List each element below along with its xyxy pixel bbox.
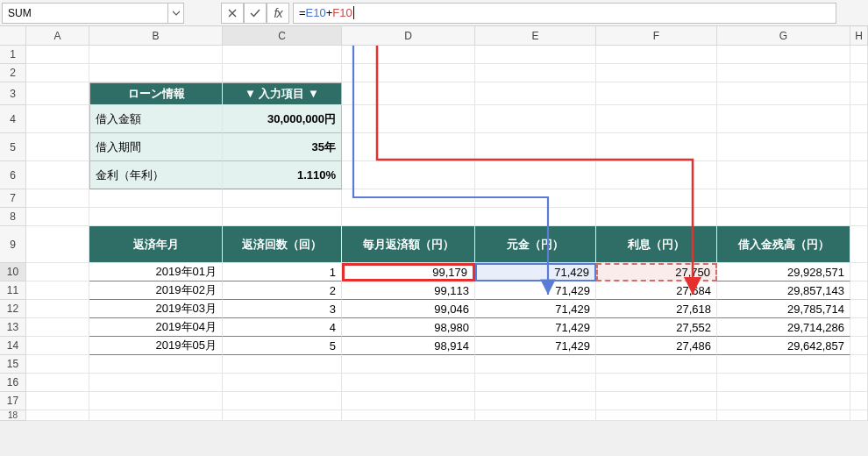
cell[interactable] bbox=[850, 82, 868, 105]
cell[interactable] bbox=[26, 189, 89, 208]
info-value-term[interactable]: 35年 bbox=[223, 133, 342, 161]
cell[interactable] bbox=[596, 105, 717, 133]
cell[interactable] bbox=[89, 410, 223, 421]
col-header-D[interactable]: D bbox=[342, 26, 475, 46]
cell[interactable] bbox=[596, 82, 717, 105]
cell[interactable] bbox=[26, 337, 89, 355]
cell[interactable] bbox=[342, 64, 475, 82]
cell[interactable] bbox=[850, 161, 868, 189]
cell[interactable] bbox=[26, 318, 89, 337]
schedule-cell-ym[interactable]: 2019年02月 bbox=[89, 281, 223, 300]
cell[interactable] bbox=[717, 133, 850, 161]
row-header-17[interactable]: 17 bbox=[0, 392, 26, 410]
ref-cell-E10[interactable]: 71,429 bbox=[475, 263, 596, 281]
info-label-rate[interactable]: 金利（年利） bbox=[89, 161, 223, 189]
schedule-cell-ym[interactable]: 2019年04月 bbox=[89, 318, 223, 337]
cell[interactable] bbox=[475, 46, 596, 64]
cell[interactable] bbox=[26, 392, 89, 410]
cell[interactable] bbox=[26, 410, 89, 421]
cell[interactable] bbox=[596, 410, 717, 421]
cell[interactable] bbox=[850, 105, 868, 133]
cell[interactable] bbox=[717, 410, 850, 421]
cell[interactable] bbox=[89, 355, 223, 374]
cell[interactable] bbox=[89, 392, 223, 410]
schedule-cell-balance[interactable]: 29,857,143 bbox=[717, 281, 850, 300]
cell[interactable] bbox=[475, 392, 596, 410]
col-header-C[interactable]: C bbox=[223, 26, 342, 46]
cell[interactable] bbox=[475, 189, 596, 208]
cell[interactable] bbox=[850, 300, 868, 318]
col-header-A[interactable]: A bbox=[26, 26, 89, 46]
cell[interactable] bbox=[475, 133, 596, 161]
cell[interactable] bbox=[850, 318, 868, 337]
cell[interactable] bbox=[850, 355, 868, 374]
schedule-cell-balance[interactable]: 29,928,571 bbox=[717, 263, 850, 281]
cell[interactable] bbox=[342, 105, 475, 133]
cell[interactable] bbox=[717, 392, 850, 410]
cell[interactable] bbox=[850, 46, 868, 64]
cell[interactable] bbox=[342, 392, 475, 410]
cell[interactable] bbox=[26, 263, 89, 281]
cell[interactable] bbox=[26, 105, 89, 133]
schedule-cell-balance[interactable]: 29,714,286 bbox=[717, 318, 850, 337]
cell[interactable] bbox=[223, 208, 342, 226]
cell[interactable] bbox=[717, 64, 850, 82]
cell[interactable] bbox=[26, 300, 89, 318]
schedule-cell-ym[interactable]: 2019年05月 bbox=[89, 337, 223, 355]
cell[interactable] bbox=[475, 105, 596, 133]
cell[interactable] bbox=[717, 46, 850, 64]
cell[interactable] bbox=[26, 64, 89, 82]
cell[interactable] bbox=[850, 392, 868, 410]
row-header-11[interactable]: 11 bbox=[0, 281, 26, 300]
cell[interactable] bbox=[717, 82, 850, 105]
cell[interactable] bbox=[596, 392, 717, 410]
cell[interactable] bbox=[596, 208, 717, 226]
cell[interactable] bbox=[89, 64, 223, 82]
insert-function-button[interactable]: fx bbox=[267, 3, 289, 24]
row-header-1[interactable]: 1 bbox=[0, 46, 26, 64]
cell[interactable] bbox=[475, 410, 596, 421]
cell[interactable] bbox=[26, 46, 89, 64]
cell[interactable] bbox=[89, 208, 223, 226]
cell[interactable] bbox=[223, 374, 342, 392]
cell[interactable] bbox=[89, 189, 223, 208]
schedule-cell-payment[interactable]: 99,113 bbox=[342, 281, 475, 300]
col-header-E[interactable]: E bbox=[475, 26, 596, 46]
formula-input[interactable]: =E10+F10 bbox=[293, 3, 836, 24]
cell[interactable] bbox=[596, 46, 717, 64]
info-header-input[interactable]: ▼ 入力項目 ▼ bbox=[223, 82, 342, 105]
row-header-6[interactable]: 6 bbox=[0, 161, 26, 189]
cell[interactable] bbox=[223, 392, 342, 410]
cancel-formula-button[interactable] bbox=[221, 3, 244, 24]
cell[interactable] bbox=[850, 410, 868, 421]
cell[interactable] bbox=[475, 208, 596, 226]
cell[interactable] bbox=[717, 374, 850, 392]
cell[interactable] bbox=[850, 337, 868, 355]
row-header-10[interactable]: 10 bbox=[0, 263, 26, 281]
row-header-3[interactable]: 3 bbox=[0, 82, 26, 105]
cell[interactable] bbox=[596, 133, 717, 161]
cell[interactable] bbox=[26, 226, 89, 263]
schedule-cell-count[interactable]: 4 bbox=[223, 318, 342, 337]
cell[interactable] bbox=[89, 46, 223, 64]
cell[interactable] bbox=[475, 355, 596, 374]
schedule-cell-interest[interactable]: 27,486 bbox=[596, 337, 717, 355]
cell[interactable] bbox=[223, 410, 342, 421]
schedule-header-interest[interactable]: 利息（円） bbox=[596, 226, 717, 263]
cell[interactable] bbox=[475, 374, 596, 392]
schedule-cell-payment[interactable]: 98,914 bbox=[342, 337, 475, 355]
info-value-principal[interactable]: 30,000,000円 bbox=[223, 105, 342, 133]
cell[interactable] bbox=[850, 374, 868, 392]
cell[interactable] bbox=[596, 374, 717, 392]
schedule-cell-count[interactable]: 2 bbox=[223, 281, 342, 300]
cell[interactable] bbox=[223, 46, 342, 64]
row-header-14[interactable]: 14 bbox=[0, 337, 26, 355]
cell[interactable] bbox=[475, 64, 596, 82]
col-header-B[interactable]: B bbox=[89, 26, 223, 46]
cell[interactable] bbox=[717, 355, 850, 374]
cell[interactable] bbox=[717, 105, 850, 133]
schedule-cell-balance[interactable]: 29,785,714 bbox=[717, 300, 850, 318]
schedule-header-count[interactable]: 返済回数（回） bbox=[223, 226, 342, 263]
cell[interactable] bbox=[26, 281, 89, 300]
row-header-13[interactable]: 13 bbox=[0, 318, 26, 337]
